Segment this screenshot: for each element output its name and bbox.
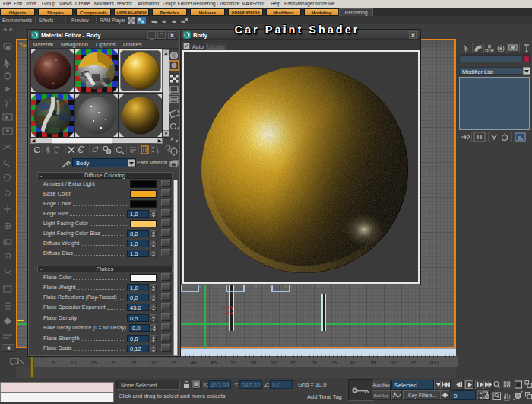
svg-text:65: 65	[290, 360, 296, 365]
svg-text:5: 5	[52, 360, 55, 365]
svg-text:35: 35	[170, 360, 176, 365]
svg-text:50: 50	[230, 360, 236, 365]
svg-text:15: 15	[90, 360, 97, 365]
svg-text:55: 55	[251, 360, 257, 365]
svg-text:100: 100	[429, 360, 439, 365]
svg-text:40: 40	[191, 360, 197, 365]
svg-text:30: 30	[150, 360, 157, 365]
svg-text:95: 95	[410, 360, 416, 365]
svg-text:75: 75	[331, 360, 337, 365]
svg-text:90: 90	[391, 360, 397, 365]
svg-text:45: 45	[211, 360, 217, 365]
svg-text:60: 60	[271, 360, 277, 365]
svg-text:10: 10	[71, 360, 77, 365]
svg-text:80: 80	[350, 360, 356, 365]
svg-text:70: 70	[311, 360, 317, 365]
svg-text:25: 25	[131, 360, 137, 365]
svg-text:85: 85	[371, 360, 377, 365]
svg-text:20: 20	[110, 360, 116, 365]
